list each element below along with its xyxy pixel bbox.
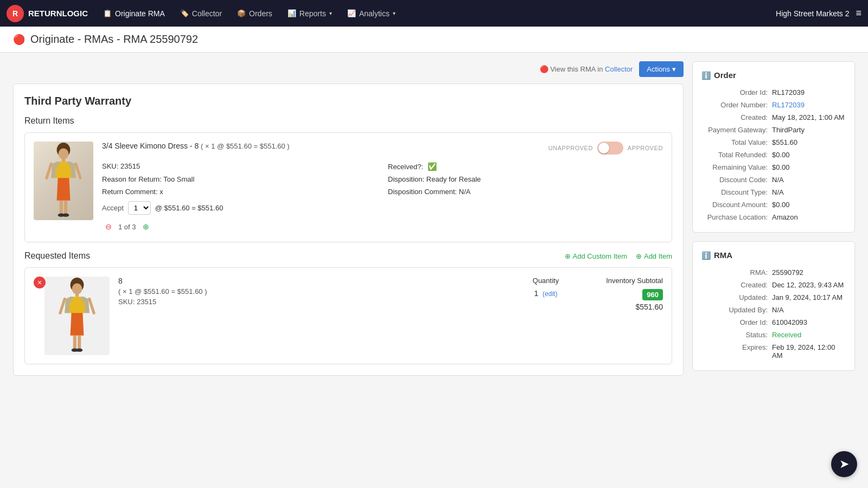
order-fields: Order Id:RL172039Order Number:RL172039Cr…	[701, 86, 846, 223]
order-info-icon: ℹ️	[701, 71, 711, 80]
info-label: Created:	[701, 281, 772, 289]
rma-panel-title: ℹ️ RMA	[701, 251, 846, 260]
toggle-knob	[598, 143, 609, 153]
add-custom-icon: ⊕	[565, 252, 571, 260]
info-label: Total Refunded:	[701, 151, 772, 159]
collector-link[interactable]: Collector	[605, 65, 633, 73]
return-item-image	[34, 142, 93, 220]
info-row: Order Id:RL172039	[701, 86, 846, 99]
svg-rect-6	[64, 201, 67, 215]
main-card: Third Party Warranty Return Items	[13, 84, 684, 376]
accept-formula: @ $551.60 = $551.60	[155, 204, 224, 212]
add-item-button[interactable]: ⊕ Add Item	[636, 252, 672, 260]
info-value: $0.00	[772, 151, 846, 159]
actions-label: Actions	[647, 65, 670, 73]
nav-collector-label: Collector	[192, 9, 222, 18]
pagination-text: 1 of 3	[118, 223, 136, 231]
info-row: Status:Received	[701, 329, 846, 341]
nav-analytics-label: Analytics	[359, 9, 390, 18]
info-label: RMA:	[701, 268, 772, 277]
info-row: Updated:Jan 9, 2024, 10:17 AM	[701, 291, 846, 304]
reports-icon: 📊	[288, 9, 296, 17]
info-row: Order Id:610042093	[701, 316, 846, 329]
approval-toggle[interactable]	[597, 142, 623, 155]
info-label: Status:	[701, 331, 772, 339]
collector-icon: 🏷️	[180, 9, 189, 17]
req-item-name: 8	[118, 277, 510, 285]
item-name-area: 3/4 Sleeve Kimono Dress - 8 ( × 1 @ $551…	[102, 142, 290, 150]
info-row: Remaining Value:$0.00	[701, 161, 846, 174]
info-row: Created:May 18, 2021, 1:00 AM	[701, 111, 846, 124]
remove-item-button[interactable]: ×	[34, 277, 46, 288]
svg-line-12	[60, 299, 65, 313]
info-value: Jan 9, 2024, 10:17 AM	[772, 293, 846, 301]
disposition-detail: Disposition: Ready for Resale	[388, 174, 663, 184]
brand[interactable]: R RETURNLOGIC	[7, 5, 88, 22]
info-label: Expires:	[701, 343, 772, 359]
warranty-title: Third Party Warranty	[24, 95, 672, 107]
hamburger-icon[interactable]: ≡	[856, 8, 861, 19]
nav-collector[interactable]: 🏷️ Collector	[174, 6, 228, 21]
unapproved-label: UNAPPROVED	[548, 145, 593, 151]
info-label: Purchase Location:	[701, 213, 772, 221]
page-header: 🔴 Originate - RMAs - RMA 25590792	[0, 27, 868, 53]
info-row: Updated By:N/A	[701, 304, 846, 316]
disp-comment-detail: Disposition Comment: N/A	[388, 187, 663, 197]
info-value: $551.60	[772, 138, 846, 146]
svg-line-4	[76, 164, 80, 178]
actions-button[interactable]: Actions ▾	[639, 61, 684, 77]
add-item-icon: ⊕	[636, 252, 642, 260]
page-title: Originate - RMAs - RMA 25590792	[30, 33, 198, 46]
requested-item-image	[44, 277, 110, 355]
info-label: Created:	[701, 113, 772, 121]
inventory-section: Inventory Subtotal 960 $551.60	[582, 277, 663, 355]
rma-panel: ℹ️ RMA RMA:25590792Created:Dec 12, 2023,…	[692, 241, 855, 371]
nav-items: 📋 Originate RMA 🏷️ Collector 📦 Orders 📊 …	[97, 6, 776, 21]
return-item-content: 3/4 Sleeve Kimono Dress - 8 ( × 1 @ $551…	[102, 142, 663, 233]
prev-item-button[interactable]: ⊖	[102, 220, 115, 233]
add-custom-item-button[interactable]: ⊕ Add Custom Item	[565, 252, 627, 260]
return-items-title: Return Items	[24, 116, 672, 126]
info-value[interactable]: RL172039	[772, 101, 846, 109]
received-check-icon: ✅	[427, 162, 437, 171]
qty-value: 1	[534, 289, 539, 298]
nav-orders[interactable]: 📦 Orders	[231, 6, 279, 21]
brand-icon: R	[7, 5, 24, 22]
add-item-buttons: ⊕ Add Custom Item ⊕ Add Item	[565, 252, 672, 260]
analytics-icon: 📈	[347, 9, 356, 17]
store-name: High Street Markets 2	[776, 9, 849, 18]
svg-point-1	[59, 148, 69, 159]
info-value: N/A	[772, 176, 846, 184]
next-item-button[interactable]: ⊕	[139, 220, 152, 233]
accept-qty-select[interactable]: 1 2 3	[128, 201, 151, 215]
main-panel: 🔴 View this RMA in Collector Actions ▾ T…	[13, 61, 684, 384]
action-bar: 🔴 View this RMA in Collector Actions ▾	[13, 61, 684, 77]
info-value: RL172039	[772, 88, 846, 97]
nav-orders-label: Orders	[249, 9, 272, 18]
product-dress-svg	[34, 142, 93, 220]
info-label: Discount Type:	[701, 188, 772, 196]
accept-label: Accept	[102, 204, 124, 212]
order-panel: ℹ️ Order Order Id:RL172039Order Number:R…	[692, 61, 855, 233]
info-value: N/A	[772, 188, 846, 196]
comment-detail: Return Comment: x	[102, 187, 377, 197]
info-row: Created:Dec 12, 2023, 9:43 AM	[701, 279, 846, 291]
nav-originate-rma-label: Originate RMA	[115, 9, 165, 18]
requested-header: Requested Items ⊕ Add Custom Item ⊕ Add …	[24, 251, 672, 261]
req-item-formula: ( × 1 @ $551.60 = $551.60 )	[118, 287, 510, 296]
nav-originate-rma[interactable]: 📋 Originate RMA	[97, 6, 171, 21]
info-value: 25590792	[772, 268, 846, 277]
nav-analytics[interactable]: 📈 Analytics ▾	[341, 6, 402, 21]
info-label: Remaining Value:	[701, 163, 772, 171]
info-value: N/A	[772, 306, 846, 314]
svg-rect-2	[62, 158, 65, 162]
analytics-chevron-icon: ▾	[393, 10, 395, 16]
reports-chevron-icon: ▾	[329, 10, 332, 16]
requested-product-svg	[44, 277, 110, 355]
info-label: Order Number:	[701, 101, 772, 109]
req-price: $551.60	[635, 303, 663, 311]
edit-qty-link[interactable]: (edit)	[542, 290, 557, 298]
nav-reports[interactable]: 📊 Reports ▾	[281, 6, 339, 21]
svg-rect-5	[60, 201, 63, 215]
sku-detail: SKU: 23515	[102, 161, 377, 172]
